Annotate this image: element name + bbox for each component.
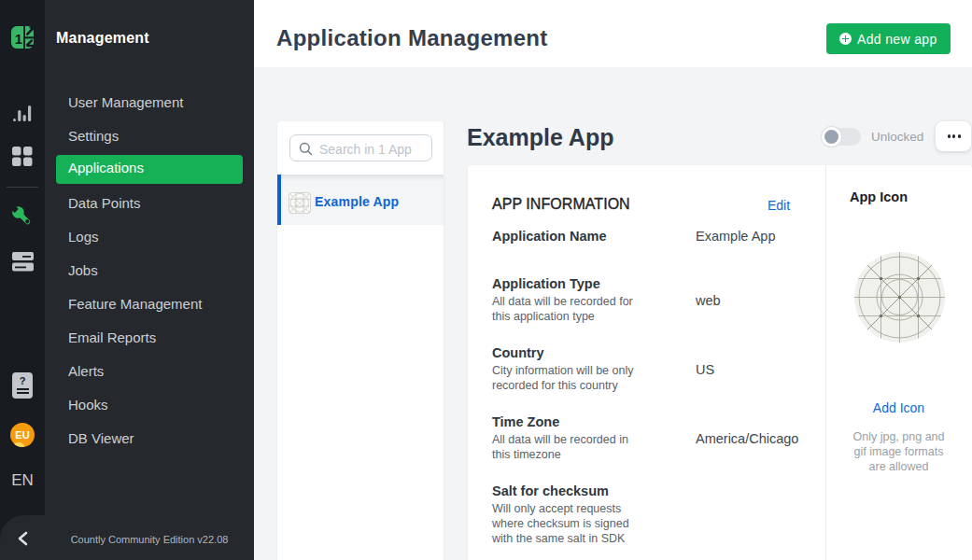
svg-text:1: 1 [15,31,22,47]
